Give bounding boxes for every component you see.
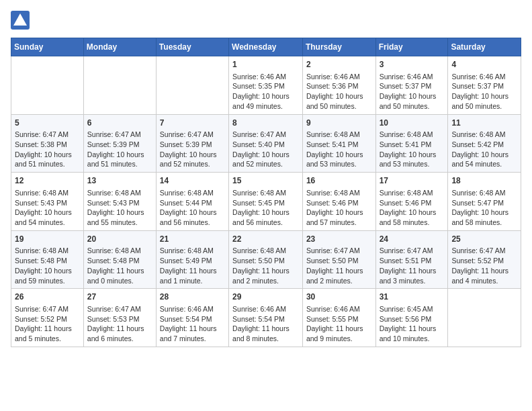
table-row: 15Sunrise: 6:48 AM Sunset: 5:45 PM Dayli… [229, 173, 303, 231]
day-number: 21 [160, 234, 225, 245]
table-row [448, 289, 521, 347]
table-row [156, 56, 228, 115]
table-row: 3Sunrise: 6:46 AM Sunset: 5:37 PM Daylig… [375, 56, 448, 115]
day-number: 16 [306, 175, 372, 187]
table-row: 11Sunrise: 6:48 AM Sunset: 5:42 PM Dayli… [448, 114, 521, 173]
day-number: 3 [380, 59, 445, 71]
day-info: Sunrise: 6:47 AM Sunset: 5:51 PM Dayligh… [380, 246, 445, 285]
day-info: Sunrise: 6:46 AM Sunset: 5:37 PM Dayligh… [380, 72, 445, 111]
day-number: 2 [306, 59, 372, 71]
day-info: Sunrise: 6:47 AM Sunset: 5:53 PM Dayligh… [87, 304, 152, 344]
table-row: 6Sunrise: 6:47 AM Sunset: 5:39 PM Daylig… [83, 114, 156, 173]
day-number: 7 [160, 118, 225, 129]
table-row: 30Sunrise: 6:46 AM Sunset: 5:55 PM Dayli… [302, 289, 375, 347]
table-row: 25Sunrise: 6:47 AM Sunset: 5:52 PM Dayli… [448, 230, 521, 289]
day-number: 22 [232, 234, 299, 245]
day-number: 10 [380, 118, 445, 129]
day-info: Sunrise: 6:48 AM Sunset: 5:43 PM Dayligh… [87, 188, 152, 228]
table-row: 19Sunrise: 6:48 AM Sunset: 5:48 PM Dayli… [11, 230, 84, 289]
day-info: Sunrise: 6:47 AM Sunset: 5:39 PM Dayligh… [87, 130, 152, 169]
col-header-thursday: Thursday [302, 38, 375, 56]
day-number: 19 [15, 234, 80, 245]
col-header-wednesday: Wednesday [229, 38, 303, 56]
day-number: 15 [232, 175, 299, 187]
day-number: 13 [87, 175, 152, 187]
table-row: 12Sunrise: 6:48 AM Sunset: 5:43 PM Dayli… [11, 173, 84, 231]
day-number: 5 [15, 118, 80, 129]
table-row: 16Sunrise: 6:48 AM Sunset: 5:46 PM Dayli… [302, 173, 375, 231]
table-row: 1Sunrise: 6:46 AM Sunset: 5:35 PM Daylig… [229, 56, 303, 115]
day-number: 28 [160, 291, 225, 303]
table-row: 22Sunrise: 6:48 AM Sunset: 5:50 PM Dayli… [229, 230, 303, 289]
day-info: Sunrise: 6:47 AM Sunset: 5:40 PM Dayligh… [232, 130, 299, 169]
day-info: Sunrise: 6:48 AM Sunset: 5:49 PM Dayligh… [160, 246, 225, 285]
day-number: 8 [232, 118, 299, 129]
day-info: Sunrise: 6:48 AM Sunset: 5:50 PM Dayligh… [232, 246, 299, 285]
day-info: Sunrise: 6:46 AM Sunset: 5:37 PM Dayligh… [451, 72, 517, 111]
table-row: 28Sunrise: 6:46 AM Sunset: 5:54 PM Dayli… [156, 289, 228, 347]
day-info: Sunrise: 6:46 AM Sunset: 5:54 PM Dayligh… [160, 304, 225, 344]
day-number: 14 [160, 175, 225, 187]
day-number: 23 [306, 234, 372, 245]
page-header [11, 11, 521, 30]
day-number: 12 [15, 175, 80, 187]
day-info: Sunrise: 6:48 AM Sunset: 5:45 PM Dayligh… [232, 188, 299, 228]
day-info: Sunrise: 6:48 AM Sunset: 5:41 PM Dayligh… [380, 130, 445, 169]
day-info: Sunrise: 6:48 AM Sunset: 5:43 PM Dayligh… [15, 188, 80, 228]
day-info: Sunrise: 6:46 AM Sunset: 5:35 PM Dayligh… [232, 72, 299, 111]
col-header-monday: Monday [83, 38, 156, 56]
table-row: 27Sunrise: 6:47 AM Sunset: 5:53 PM Dayli… [83, 289, 156, 347]
table-row: 23Sunrise: 6:47 AM Sunset: 5:50 PM Dayli… [302, 230, 375, 289]
table-row: 7Sunrise: 6:47 AM Sunset: 5:39 PM Daylig… [156, 114, 228, 173]
col-header-tuesday: Tuesday [156, 38, 228, 56]
day-number: 17 [380, 175, 445, 187]
table-row: 31Sunrise: 6:45 AM Sunset: 5:56 PM Dayli… [375, 289, 448, 347]
day-number: 9 [306, 118, 372, 129]
day-info: Sunrise: 6:48 AM Sunset: 5:42 PM Dayligh… [451, 130, 517, 169]
day-number: 29 [232, 291, 299, 303]
logo [11, 11, 32, 30]
table-row: 14Sunrise: 6:48 AM Sunset: 5:44 PM Dayli… [156, 173, 228, 231]
day-info: Sunrise: 6:48 AM Sunset: 5:41 PM Dayligh… [306, 130, 372, 169]
day-info: Sunrise: 6:47 AM Sunset: 5:38 PM Dayligh… [15, 130, 80, 169]
table-row [11, 56, 84, 115]
table-row: 9Sunrise: 6:48 AM Sunset: 5:41 PM Daylig… [302, 114, 375, 173]
day-info: Sunrise: 6:48 AM Sunset: 5:46 PM Dayligh… [380, 188, 445, 228]
day-number: 27 [87, 291, 152, 303]
day-info: Sunrise: 6:48 AM Sunset: 5:47 PM Dayligh… [451, 188, 517, 228]
day-info: Sunrise: 6:45 AM Sunset: 5:56 PM Dayligh… [380, 304, 445, 344]
table-row: 10Sunrise: 6:48 AM Sunset: 5:41 PM Dayli… [375, 114, 448, 173]
table-row: 13Sunrise: 6:48 AM Sunset: 5:43 PM Dayli… [83, 173, 156, 231]
table-row: 5Sunrise: 6:47 AM Sunset: 5:38 PM Daylig… [11, 114, 84, 173]
day-number: 6 [87, 118, 152, 129]
col-header-saturday: Saturday [448, 38, 521, 56]
day-info: Sunrise: 6:48 AM Sunset: 5:48 PM Dayligh… [87, 246, 152, 285]
logo-icon [11, 11, 30, 30]
table-row: 29Sunrise: 6:46 AM Sunset: 5:54 PM Dayli… [229, 289, 303, 347]
col-header-sunday: Sunday [11, 38, 84, 56]
table-row: 4Sunrise: 6:46 AM Sunset: 5:37 PM Daylig… [448, 56, 521, 115]
day-info: Sunrise: 6:47 AM Sunset: 5:39 PM Dayligh… [160, 130, 225, 169]
table-row: 17Sunrise: 6:48 AM Sunset: 5:46 PM Dayli… [375, 173, 448, 231]
day-number: 1 [232, 59, 299, 71]
col-header-friday: Friday [375, 38, 448, 56]
table-row: 18Sunrise: 6:48 AM Sunset: 5:47 PM Dayli… [448, 173, 521, 231]
table-row: 20Sunrise: 6:48 AM Sunset: 5:48 PM Dayli… [83, 230, 156, 289]
table-row: 8Sunrise: 6:47 AM Sunset: 5:40 PM Daylig… [229, 114, 303, 173]
day-info: Sunrise: 6:47 AM Sunset: 5:50 PM Dayligh… [306, 246, 372, 285]
day-number: 25 [451, 234, 517, 245]
day-number: 11 [451, 118, 517, 129]
day-number: 30 [306, 291, 372, 303]
day-info: Sunrise: 6:47 AM Sunset: 5:52 PM Dayligh… [15, 304, 80, 344]
day-number: 20 [87, 234, 152, 245]
calendar-table: SundayMondayTuesdayWednesdayThursdayFrid… [11, 38, 521, 347]
day-number: 26 [15, 291, 80, 303]
table-row [83, 56, 156, 115]
day-info: Sunrise: 6:46 AM Sunset: 5:54 PM Dayligh… [232, 304, 299, 344]
day-number: 31 [380, 291, 445, 303]
day-info: Sunrise: 6:48 AM Sunset: 5:44 PM Dayligh… [160, 188, 225, 228]
day-info: Sunrise: 6:46 AM Sunset: 5:55 PM Dayligh… [306, 304, 372, 344]
day-info: Sunrise: 6:46 AM Sunset: 5:36 PM Dayligh… [306, 72, 372, 111]
day-number: 18 [451, 175, 517, 187]
day-info: Sunrise: 6:48 AM Sunset: 5:46 PM Dayligh… [306, 188, 372, 228]
